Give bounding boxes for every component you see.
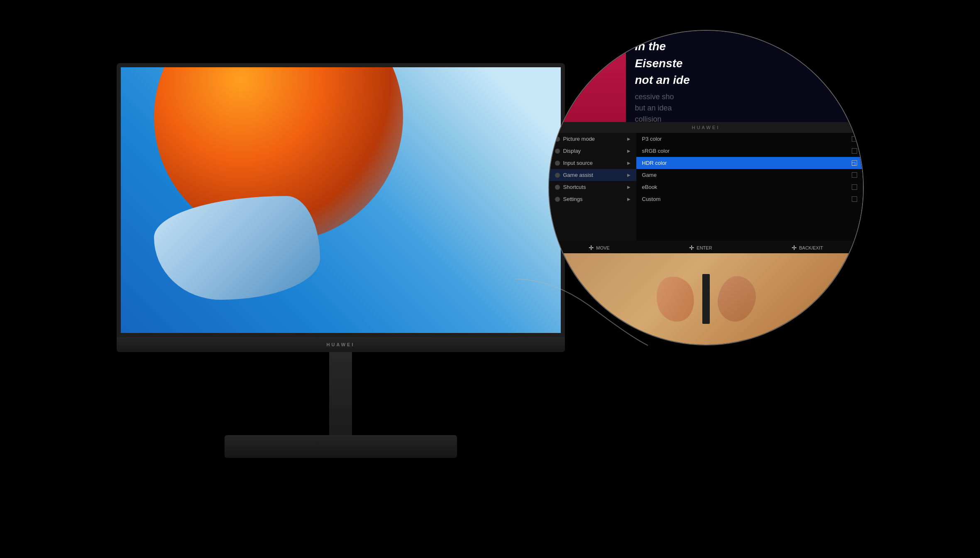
- osd-arrow-settings: ▶: [627, 197, 631, 201]
- osd-brand: HUAWEI: [692, 125, 720, 130]
- osd-arrow-display: ▶: [627, 149, 631, 153]
- osd-menu-item-settings[interactable]: Settings ▶: [549, 193, 636, 205]
- osd-menu-item-game-assist[interactable]: Game assist ▶: [549, 169, 636, 181]
- osd-menu-item-shortcuts[interactable]: Shortcuts ▶: [549, 181, 636, 193]
- osd-right-item-hdr[interactable]: HDR color □: [636, 157, 863, 169]
- monitor-stand-base: [225, 435, 457, 458]
- monitor-screen-wrapper: [117, 63, 565, 337]
- osd-nav-enter: ✛ ENTER: [689, 244, 712, 252]
- osd-footer: ✛ MOVE ✛ ENTER ✛ BACK/EXIT: [549, 241, 863, 255]
- osd-body: Picture mode ▶ Display ▶: [549, 133, 863, 241]
- osd-checkbox-hdr: □: [852, 160, 857, 166]
- osd-menu-item-input-source[interactable]: Input source ▶: [549, 157, 636, 169]
- osd-right-item-p3[interactable]: P3 color: [636, 133, 863, 145]
- osd-nav-move: ✛ MOVE: [589, 244, 609, 252]
- osd-arrow-shortcuts: ▶: [627, 185, 631, 189]
- zoom-hand-left: [651, 272, 699, 326]
- osd-item-icon-picture-mode: [555, 137, 560, 142]
- osd-menu-item-display[interactable]: Display ▶: [549, 145, 636, 157]
- osd-item-icon-input-source: [555, 161, 560, 166]
- zoom-hands-section: [549, 253, 863, 345]
- osd-arrow-game-assist: ▶: [627, 173, 631, 177]
- osd-arrow-picture-mode: ▶: [627, 137, 631, 141]
- zoom-article-sub-text: cessive sho but an idea collision: [635, 91, 854, 125]
- osd-right-item-ebook[interactable]: eBook: [636, 181, 863, 193]
- monitor-screen: [121, 67, 561, 333]
- monitor-stand-base-wrap: [117, 435, 565, 458]
- osd-menu: HUAWEI Picture mode ▶: [549, 122, 863, 255]
- page: HUAWEI In the Eisenste not an ide: [0, 0, 980, 558]
- osd-checkbox-game: [852, 172, 857, 178]
- osd-left-panel: Picture mode ▶ Display ▶: [549, 133, 636, 241]
- osd-item-icon-shortcuts: [555, 185, 560, 190]
- zoom-monitor-stand-stub: [702, 274, 710, 324]
- osd-item-icon-settings: [555, 197, 560, 202]
- osd-checkbox-custom: [852, 196, 857, 202]
- osd-enter-icon: ✛: [689, 244, 694, 252]
- monitor-brand-label: HUAWEI: [327, 342, 355, 347]
- osd-checkbox-srgb: [852, 148, 857, 154]
- osd-item-icon-game-assist: [555, 173, 560, 178]
- monitor-stand-neck: [329, 352, 352, 435]
- osd-nav-back: ✛ BACK/EXIT: [792, 244, 823, 252]
- osd-right-item-srgb[interactable]: sRGB color: [636, 145, 863, 157]
- osd-arrow-input-source: ▶: [627, 161, 631, 165]
- osd-checkbox-ebook: [852, 184, 857, 190]
- zoom-circle: In the Eisenste not an ide cessive sho b…: [548, 30, 864, 345]
- osd-item-icon-display: [555, 149, 560, 154]
- zoom-hand-right: [714, 273, 759, 325]
- monitor-bezel-bottom: HUAWEI: [117, 337, 565, 352]
- osd-right-item-game[interactable]: Game: [636, 169, 863, 181]
- monitor: HUAWEI: [117, 63, 565, 458]
- osd-move-icon: ✛: [589, 244, 594, 252]
- scene-wrapper: HUAWEI In the Eisenste not an ide: [117, 30, 864, 528]
- osd-back-icon: ✛: [792, 244, 797, 252]
- osd-right-panel: P3 color sRGB color HDR color □ Game: [636, 133, 863, 241]
- osd-header: HUAWEI: [549, 122, 863, 133]
- osd-menu-item-picture-mode[interactable]: Picture mode ▶: [549, 133, 636, 145]
- zoom-article-main-text: In the Eisenste not an ide: [635, 38, 854, 89]
- osd-right-item-custom[interactable]: Custom: [636, 193, 863, 205]
- osd-checkbox-p3: [852, 136, 857, 142]
